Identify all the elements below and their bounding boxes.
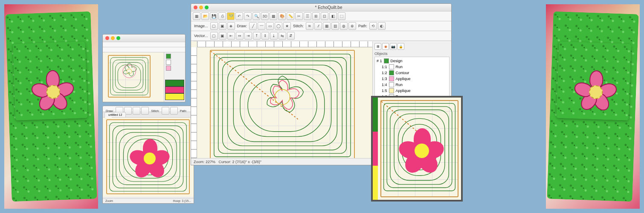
tool-f[interactable]: ⬚ — [338, 12, 345, 20]
flower-fill — [132, 141, 168, 176]
flip-v[interactable]: ⇵ — [287, 32, 295, 40]
redo-button[interactable]: ↷ — [244, 12, 252, 20]
stitch-label: Stitch: — [150, 109, 160, 112]
draw-label: Draw: — [236, 24, 249, 28]
stitch-3[interactable]: ▦ — [323, 22, 331, 30]
stitch-1[interactable]: ≋ — [306, 22, 313, 30]
window-title: * EchoQuilt.be — [209, 5, 449, 10]
main-toolbar-2: Image... ▢ ▣ ◈ Draw: ╱ 〰 ▭ ◯ ★ Stitch: ≋… — [191, 21, 451, 31]
measure-button[interactable]: 📏 — [287, 12, 294, 20]
tool-b[interactable]: ☰ — [304, 12, 311, 20]
panel-icon-1[interactable]: ⊞ — [374, 43, 381, 50]
quilted-bag — [547, 12, 638, 202]
image-btn-1[interactable]: ▢ — [210, 22, 218, 30]
panel-icon-4[interactable]: 🔒 — [397, 43, 404, 50]
vec-2[interactable]: ▣ — [219, 32, 226, 40]
tree-row-4: 1:4Run — [376, 82, 448, 88]
path-2[interactable]: ◐ — [378, 22, 386, 30]
align-bot[interactable]: ⤓ — [270, 32, 278, 40]
zoom-label-small: Zoom — [105, 199, 113, 202]
stitch-2[interactable]: ⫽ — [314, 22, 322, 30]
flower-applique — [576, 72, 615, 112]
status-cursor: Cursor: 2 (7/16)" x -(3/8)" — [219, 160, 261, 164]
tool-d[interactable]: ⊡ — [321, 12, 328, 20]
app-thumbnail-small-top — [102, 34, 186, 102]
panel-icon-2[interactable]: ◉ — [382, 43, 389, 50]
image-btn-2[interactable]: ▣ — [219, 22, 226, 30]
panel-icon-3[interactable]: 📷 — [390, 43, 397, 50]
tree-row-3: 1:3Applique — [376, 76, 448, 82]
main-toolbar-3: Vector... ▢ ▣ ⇤ ⇔ ⇥ ⤒ ⇕ ⤓ ⇋ ⇵ — [191, 31, 451, 41]
draw-line[interactable]: ╱ — [249, 22, 257, 30]
svg-rect-2 — [115, 62, 143, 90]
stitch-5[interactable]: ◍ — [340, 22, 348, 30]
tool-a[interactable]: ✂ — [295, 12, 303, 20]
titlebar: * EchoQuilt.be — [191, 4, 451, 12]
view-3d-button[interactable]: 3D — [261, 12, 269, 20]
draw-curve[interactable]: 〰 — [258, 22, 265, 30]
hoop-boundary — [210, 50, 355, 158]
app-thumbnail-small-bottom: Draw: Stitch: Path: untitled 12 — [102, 106, 194, 204]
draw-ellipse[interactable]: ◯ — [275, 22, 282, 30]
grid-button[interactable]: ▦ — [270, 12, 277, 20]
zoom-button[interactable]: 🔍 — [252, 12, 260, 20]
flip-h[interactable]: ⇋ — [278, 32, 286, 40]
align-center[interactable]: ⇔ — [236, 32, 244, 40]
image-btn-3[interactable]: ◈ — [227, 22, 235, 30]
panel-view-icons: ⊞ ◉ 📷 🔒 — [374, 43, 450, 50]
close-icon[interactable] — [194, 6, 197, 9]
tree-row-design: # 1Design — [376, 58, 448, 64]
product-photo-right — [546, 4, 640, 209]
save-button[interactable]: 💾 — [210, 12, 218, 20]
draw-rect[interactable]: ▭ — [266, 22, 274, 30]
tree-row-5: 1:5Applique — [376, 88, 448, 94]
tree-row-2: 1:2Contour — [376, 70, 448, 76]
align-top[interactable]: ⤒ — [253, 32, 261, 40]
color-strip — [373, 98, 378, 200]
object-tree[interactable]: # 1Design 1:1Run 1:2Contour 1:3Applique … — [374, 57, 450, 101]
echo-quilting-design — [211, 51, 354, 158]
flower-fill-preview — [402, 131, 442, 171]
draw-star[interactable]: ★ — [283, 22, 291, 30]
path-label: Path: — [179, 109, 188, 112]
open-button[interactable]: 📂 — [201, 12, 209, 20]
status-zoom: Zoom: 227% — [194, 160, 215, 164]
undo-button[interactable]: ↶ — [235, 12, 243, 20]
tool-c[interactable]: ⊞ — [312, 12, 320, 20]
preview-panel — [371, 96, 463, 201]
maximize-icon[interactable] — [205, 6, 209, 9]
image-label[interactable]: Image... — [193, 24, 209, 28]
vec-1[interactable]: ▢ — [210, 32, 218, 40]
new-button[interactable]: ▦ — [193, 12, 200, 20]
stitch-6[interactable]: ⊕ — [348, 22, 356, 30]
align-mid[interactable]: ⇕ — [261, 32, 269, 40]
print-button[interactable]: ⎙ — [218, 12, 226, 20]
align-left[interactable]: ⇤ — [227, 32, 235, 40]
path-1[interactable]: ⟲ — [369, 22, 377, 30]
vector-label[interactable]: Vector... — [193, 34, 209, 38]
svg-rect-3 — [118, 65, 141, 88]
flower-applique — [33, 72, 73, 111]
stitch-4[interactable]: ▥ — [331, 22, 339, 30]
ruler-vertical — [191, 47, 197, 158]
product-photo-left — [4, 4, 98, 209]
quilted-bag — [5, 12, 97, 202]
tree-row-1: 1:1Run — [376, 64, 448, 70]
align-right[interactable]: ⇥ — [244, 32, 252, 40]
stitch-label: Stitch: — [292, 24, 305, 28]
panel-header: Objects — [374, 52, 450, 56]
color-button[interactable]: 🎨 — [278, 12, 286, 20]
minimize-icon[interactable] — [199, 6, 203, 9]
main-toolbar-1: ▦ 📂 💾 ⎙ 🪡 ↶ ↷ 🔍 3D ▦ 🎨 📏 ✂ ☰ ⊞ ⊡ ◧ ⬚ — [191, 12, 451, 21]
path-label: Path: — [357, 24, 368, 28]
hoop-label-small: Hoop: 3 (15... — [173, 199, 191, 202]
needle-icon[interactable]: 🪡 — [227, 12, 235, 20]
tool-e[interactable]: ◧ — [329, 12, 337, 20]
window-controls[interactable] — [194, 6, 209, 9]
